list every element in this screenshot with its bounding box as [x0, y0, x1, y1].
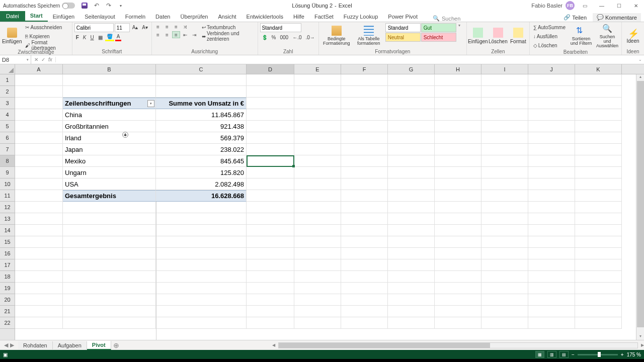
style-schlecht[interactable]: Schlecht [421, 33, 456, 42]
cells-grid[interactable]: Zeilenbeschriftungen ▾ Summe von Umsatz … [15, 74, 636, 340]
row-header-19[interactable]: 19 [0, 283, 15, 294]
search-box[interactable]: 🔍 Suchen [433, 15, 460, 22]
align-right-button[interactable]: ≡ [172, 31, 180, 38]
clear-button[interactable]: ◇Löschen [532, 41, 567, 49]
col-header-J[interactable]: J [528, 64, 575, 74]
tab-data[interactable]: Daten [150, 12, 175, 22]
find-select-button[interactable]: 🔍Suchen und Auswählen [595, 23, 619, 48]
inc-decimal-button[interactable]: ←.0 [291, 33, 303, 41]
col-header-C[interactable]: C [156, 64, 247, 74]
redo-icon[interactable]: ↷ [105, 2, 112, 9]
align-bottom-button[interactable]: ≡ [172, 23, 180, 30]
styles-more-button[interactable]: ▾ [458, 23, 464, 28]
pivot-row-label-header[interactable]: Zeilenbeschriftungen [63, 98, 156, 109]
minimize-icon[interactable]: — [595, 1, 609, 11]
tab-help[interactable]: Hilfe [288, 12, 309, 22]
row-header-5[interactable]: 5 [0, 121, 15, 132]
sheet-tab-pivot[interactable]: Pivot [87, 341, 111, 350]
indent-inc-button[interactable]: ⇥ [190, 31, 198, 38]
pivot-row-value[interactable]: 11.845.867 [156, 109, 247, 121]
row-header-3[interactable]: 3 [0, 98, 15, 109]
tab-fuzzy[interactable]: Fuzzy Lookup [339, 12, 383, 22]
row-header-20[interactable]: 20 [0, 294, 15, 306]
tab-review[interactable]: Überprüfen [175, 12, 213, 22]
row-header-15[interactable]: 15 [0, 236, 15, 248]
row-header-7[interactable]: 7 [0, 144, 15, 155]
row-header-16[interactable]: 16 [0, 248, 15, 259]
row-header-11[interactable]: 11 [0, 190, 15, 202]
tab-factset[interactable]: FactSet [309, 12, 339, 22]
autosave-toggle[interactable]: Automatisches Speichern [3, 3, 75, 9]
record-macro-icon[interactable]: ▣ [3, 352, 8, 357]
orientation-button[interactable]: ⤭ [181, 23, 189, 30]
pivot-row-label[interactable]: USA [63, 178, 156, 190]
pivot-row-label[interactable]: Großbritannien [63, 121, 156, 132]
grow-font-button[interactable]: A▴ [131, 23, 140, 31]
cancel-formula-icon[interactable]: ✕ [34, 57, 38, 62]
col-header-E[interactable]: E [294, 64, 341, 74]
thousands-button[interactable]: 000 [278, 33, 290, 41]
format-as-table-button[interactable]: Als Tabelle formatieren [354, 23, 383, 48]
row-header-13[interactable]: 13 [0, 213, 15, 225]
row-header-10[interactable]: 10 [0, 178, 15, 190]
save-icon[interactable] [81, 2, 88, 9]
fill-button[interactable]: ↓Ausfüllen [532, 32, 567, 40]
align-middle-button[interactable]: ≡ [163, 23, 171, 30]
row-header-14[interactable]: 14 [0, 225, 15, 236]
number-format-select[interactable] [260, 23, 301, 32]
font-color-button[interactable]: A [115, 33, 122, 41]
row-header-8[interactable]: 8 [0, 155, 15, 167]
pivot-row-value[interactable]: 238.022 [156, 144, 247, 155]
pivot-row-value[interactable]: 125.820 [156, 167, 247, 178]
tab-pagelayout[interactable]: Seitenlayout [79, 12, 120, 22]
insert-cells-button[interactable]: Einfügen [469, 23, 487, 48]
vertical-scrollbar[interactable]: ▴ ▾ [636, 74, 644, 340]
tab-view[interactable]: Ansicht [213, 12, 241, 22]
align-left-button[interactable]: ≡ [154, 31, 162, 38]
hscroll-thumb[interactable] [279, 343, 490, 348]
style-gut[interactable]: Gut [421, 23, 456, 32]
col-header-G[interactable]: G [388, 64, 435, 74]
col-header-K[interactable]: K [575, 64, 622, 74]
pivot-value-header[interactable]: Summe von Umsatz in € [156, 98, 247, 109]
ideas-button[interactable]: ⚡ Ideen [624, 23, 642, 48]
comments-button[interactable]: 💬 Kommentare [593, 13, 641, 22]
pivot-grand-total-value[interactable]: 16.628.668 [156, 190, 247, 202]
tab-insert[interactable]: Einfügen [48, 12, 79, 22]
fill-color-button[interactable]: 🪣 [105, 33, 114, 41]
tab-powerpivot[interactable]: Power Pivot [383, 12, 423, 22]
pivot-row-label[interactable]: Mexiko [63, 155, 156, 167]
maximize-icon[interactable]: ☐ [612, 1, 626, 11]
vscroll-thumb[interactable] [637, 81, 644, 327]
tab-developer[interactable]: Entwicklertools [242, 12, 288, 22]
new-sheet-button[interactable]: ⊕ [111, 341, 121, 349]
align-top-button[interactable]: ≡ [154, 23, 162, 30]
row-header-4[interactable]: 4 [0, 109, 15, 121]
format-cells-button[interactable]: Format [509, 23, 527, 48]
row-header-9[interactable]: 9 [0, 167, 15, 178]
format-painter-button[interactable]: 🖌Format übertragen [24, 41, 69, 49]
undo-icon[interactable]: ↶ [93, 2, 100, 9]
avatar[interactable]: FB [566, 1, 575, 10]
col-header-F[interactable]: F [341, 64, 388, 74]
border-button[interactable]: ▦ [97, 33, 104, 41]
col-header-A[interactable]: A [15, 64, 63, 74]
sheet-tab-rohdaten[interactable]: Rohdaten [18, 341, 53, 349]
pivot-grand-total-label[interactable]: Gesamtergebnis [63, 190, 156, 202]
autosum-button[interactable]: ∑AutoSumme [532, 23, 567, 31]
col-header-I[interactable]: I [481, 64, 528, 74]
italic-button[interactable]: K [82, 33, 88, 41]
dec-decimal-button[interactable]: .0→ [304, 33, 316, 41]
qat-dropdown-icon[interactable]: ▾ [117, 2, 124, 9]
conditional-format-button[interactable]: Bedingte Formatierung [321, 23, 352, 48]
zoom-slider[interactable] [578, 354, 618, 355]
col-header-B[interactable]: B [63, 64, 156, 74]
share-button[interactable]: 🔗 Teilen [560, 13, 590, 22]
cell-styles-gallery[interactable]: Standard Gut Neutral Schlecht [385, 23, 456, 42]
pivot-row-label[interactable]: Japan [63, 144, 156, 155]
row-header-12[interactable]: 12 [0, 202, 15, 213]
percent-button[interactable]: % [270, 33, 278, 41]
expand-formula-bar-icon[interactable]: ⌄ [636, 57, 644, 62]
pivot-row-value[interactable]: 845.645 [156, 155, 247, 167]
zoom-out-button[interactable]: − [572, 352, 575, 357]
